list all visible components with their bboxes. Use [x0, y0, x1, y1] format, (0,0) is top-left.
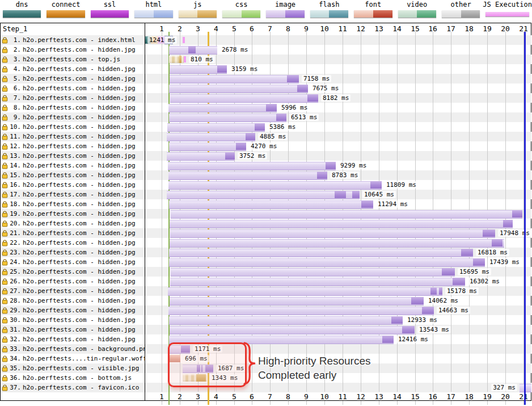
- request-row-bar-cell[interactable]: 5996 ms: [145, 103, 531, 112]
- request-row-label-cell[interactable]: 7.h2o.perftests.com - hidden.jpg: [1, 93, 145, 103]
- request-row-bar-cell[interactable]: 3752 ms: [145, 151, 531, 161]
- request-row-label-cell[interactable]: 4.h2o.perftests.com - hidden.jpg: [1, 64, 145, 74]
- request-row-bar-cell[interactable]: 17948 ms: [145, 228, 531, 238]
- image-bar[interactable]: [170, 297, 424, 305]
- request-row-bar-cell[interactable]: [145, 238, 531, 248]
- request-row-label-cell[interactable]: 12.h2o.perftests.com - hidden.jpg: [1, 141, 145, 151]
- image-bar[interactable]: [171, 210, 522, 219]
- request-row-bar-cell[interactable]: 3159 ms: [145, 64, 531, 74]
- image-bar[interactable]: [169, 316, 403, 325]
- content-download-segment[interactable]: [352, 191, 360, 198]
- request-row-label-cell[interactable]: 31.h2o.perftests.com - hidden.jpg: [1, 325, 145, 334]
- request-row-bar-cell[interactable]: 14663 ms: [145, 305, 531, 315]
- request-row-label-cell[interactable]: 25.h2o.perftests.com - hidden.jpg: [1, 267, 145, 277]
- request-row-label-cell[interactable]: 30.h2o.perftests.com - hidden.jpg: [1, 315, 145, 325]
- content-download-segment[interactable]: [287, 75, 299, 82]
- request-row[interactable]: 16.h2o.perftests.com - hidden.jpg11809 m…: [1, 180, 531, 190]
- request-row-bar-cell[interactable]: 17439 ms: [145, 257, 531, 267]
- request-row-bar-cell[interactable]: 10645 ms: [145, 190, 531, 199]
- content-download-segment[interactable]: [442, 268, 455, 275]
- content-download-segment[interactable]: [492, 239, 503, 246]
- content-download-segment[interactable]: [266, 104, 277, 111]
- request-row-bar-cell[interactable]: [145, 219, 531, 228]
- image-bar[interactable]: [168, 104, 277, 112]
- content-download-segment[interactable]: [512, 210, 522, 217]
- request-row[interactable]: 18.h2o.perftests.com - hidden.jpg11294 m…: [1, 199, 531, 209]
- request-row-bar-cell[interactable]: 11294 ms: [145, 199, 531, 209]
- image-bar[interactable]: [170, 326, 415, 334]
- request-row-label-cell[interactable]: 32.h2o.perftests.com - hidden.jpg: [1, 334, 145, 344]
- request-row-bar-cell[interactable]: 7675 ms: [145, 83, 531, 93]
- request-row-label-cell[interactable]: 35.h2o.perftests.com - visible.jpg: [1, 363, 145, 373]
- request-row-bar-cell[interactable]: 14062 ms: [145, 296, 531, 305]
- content-download-segment[interactable]: [361, 200, 373, 208]
- image-bar[interactable]: [167, 123, 265, 132]
- request-row-label-cell[interactable]: 21.h2o.perftests.com - hidden.jpg: [1, 228, 145, 238]
- request-row[interactable]: 27.h2o.perftests.com - hidden.jpg15178 m…: [1, 286, 531, 296]
- request-row-label-cell[interactable]: 17.h2o.perftests.com - hidden.jpg: [1, 190, 145, 199]
- request-row-bar-cell[interactable]: 9299 ms: [145, 161, 531, 170]
- image-bar[interactable]: [167, 133, 255, 141]
- request-row-label-cell[interactable]: 33.h2o.perftests.com - background.png: [1, 344, 145, 354]
- request-row[interactable]: 17.h2o.perftests.com - hidden.jpg10645 m…: [1, 190, 531, 199]
- request-row[interactable]: 32.h2o.perftests.com - hidden.jpg12416 m…: [1, 334, 531, 344]
- request-row-bar-cell[interactable]: 2678 ms: [145, 45, 531, 55]
- request-row-bar-cell[interactable]: 12933 ms: [145, 315, 531, 325]
- content-download-segment[interactable]: [402, 326, 415, 333]
- request-row-label-cell[interactable]: 27.h2o.perftests.com - hidden.jpg: [1, 286, 145, 296]
- content-download-segment[interactable]: [430, 287, 437, 295]
- request-row-label-cell[interactable]: 13.h2o.perftests.com - hidden.jpg: [1, 151, 145, 161]
- content-download-segment[interactable]: [246, 133, 255, 140]
- image-bar[interactable]: [171, 268, 455, 277]
- image-bar[interactable]: [169, 200, 373, 209]
- image-bar[interactable]: [169, 258, 485, 267]
- request-row-bar-cell[interactable]: [145, 209, 531, 219]
- request-row-bar-cell[interactable]: 8182 ms: [145, 93, 531, 103]
- request-row[interactable]: 37.h2o.perftests.com - favicon.ico327 ms: [1, 383, 531, 392]
- request-row-label-cell[interactable]: 29.h2o.perftests.com - hidden.jpg: [1, 305, 145, 315]
- content-download-segment[interactable]: [370, 181, 382, 189]
- request-row[interactable]: 14.h2o.perftests.com - hidden.jpg9299 ms: [1, 161, 531, 170]
- request-row-label-cell[interactable]: 23.h2o.perftests.com - hidden.jpg: [1, 248, 145, 257]
- content-download-segment[interactable]: [276, 114, 286, 121]
- image-bar[interactable]: [170, 94, 318, 103]
- request-row[interactable]: 13.h2o.perftests.com - hidden.jpg3752 ms: [1, 151, 531, 161]
- image-bar[interactable]: [169, 249, 473, 257]
- content-download-segment[interactable]: [422, 307, 434, 314]
- request-row[interactable]: 26.h2o.perftests.com - hidden.jpg16302 m…: [1, 277, 531, 286]
- request-row-label-cell[interactable]: 9.h2o.perftests.com - hidden.jpg: [1, 112, 145, 122]
- request-row-label-cell[interactable]: 22.h2o.perftests.com - hidden.jpg: [1, 238, 145, 248]
- content-download-segment[interactable]: [411, 297, 424, 304]
- content-download-segment[interactable]: [317, 171, 327, 179]
- request-row[interactable]: 7.h2o.perftests.com - hidden.jpg8182 ms: [1, 93, 531, 103]
- request-row-label-cell[interactable]: 1.h2o.perftests.com - index.html: [1, 35, 145, 45]
- request-row-bar-cell[interactable]: 4885 ms: [145, 132, 531, 141]
- js-bar[interactable]: [169, 56, 184, 63]
- request-row[interactable]: 30.h2o.perftests.com - hidden.jpg12933 m…: [1, 315, 531, 325]
- request-row-label-cell[interactable]: 18.h2o.perftests.com - hidden.jpg: [1, 199, 145, 209]
- request-row-label-cell[interactable]: 19.h2o.perftests.com - hidden.jpg: [1, 209, 145, 219]
- request-row[interactable]: 23.h2o.perftests.com - hidden.jpg16818 m…: [1, 248, 531, 257]
- request-row-bar-cell[interactable]: 7158 ms: [145, 74, 531, 83]
- request-row-bar-cell[interactable]: 16818 ms: [145, 248, 531, 257]
- content-download-segment[interactable]: [236, 143, 246, 150]
- request-row-label-cell[interactable]: 36.h2o.perftests.com - bottom.js: [1, 373, 145, 383]
- request-row-label-cell[interactable]: 37.h2o.perftests.com - favicon.ico: [1, 383, 145, 392]
- image-bar[interactable]: [168, 287, 442, 296]
- request-row-label-cell[interactable]: 28.h2o.perftests.com - hidden.jpg: [1, 296, 145, 305]
- request-row-label-cell[interactable]: 14.h2o.perftests.com - hidden.jpg: [1, 161, 145, 170]
- request-row-label-cell[interactable]: 2.h2o.perftests.com - hidden.jpg: [1, 45, 145, 55]
- request-row-label-cell[interactable]: 3.h2o.perftests.com - top.js: [1, 55, 145, 64]
- request-row-bar-cell[interactable]: 6513 ms: [145, 112, 531, 122]
- content-download-segment[interactable]: [225, 152, 235, 160]
- request-row-label-cell[interactable]: 8.h2o.perftests.com - hidden.jpg: [1, 103, 145, 112]
- request-row[interactable]: 2.h2o.perftests.com - hidden.jpg2678 ms: [1, 45, 531, 55]
- request-row-label-cell[interactable]: 6.h2o.perftests.com - hidden.jpg: [1, 83, 145, 93]
- content-download-segment[interactable]: [439, 287, 442, 295]
- request-row-label-cell[interactable]: 34.h2o.perftests....tin-regular.woff2: [1, 354, 145, 363]
- request-row[interactable]: 29.h2o.perftests.com - hidden.jpg14663 m…: [1, 305, 531, 315]
- image-bar[interactable]: [169, 114, 286, 122]
- request-row-bar-cell[interactable]: 13543 ms: [145, 325, 531, 334]
- image-bar[interactable]: [168, 307, 434, 315]
- request-row[interactable]: 20.h2o.perftests.com - hidden.jpg: [1, 219, 531, 228]
